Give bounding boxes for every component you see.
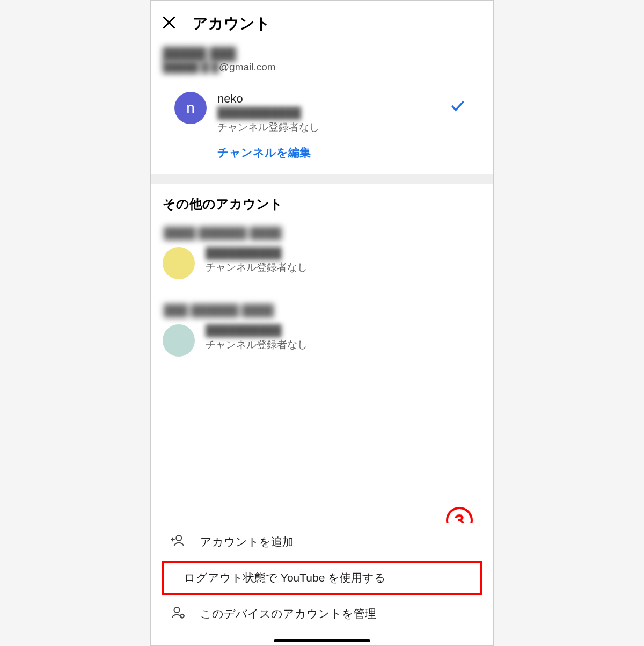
- email-prefix: █████ █ █: [163, 61, 219, 73]
- user-gear-icon: [170, 605, 186, 623]
- section-divider: [151, 174, 493, 184]
- other-account-email: ███ ██████ ████: [164, 304, 481, 317]
- current-account-section: █████ ███ █████ █ █ @gmail.com n neko ██…: [151, 47, 493, 174]
- other-channel-row: ██████████ チャンネル登録者なし: [163, 324, 481, 369]
- other-account-email: ████ ██████ ████: [164, 227, 481, 239]
- other-channel-name: ██████████: [206, 324, 481, 337]
- manage-accounts-button[interactable]: このデバイスのアカウントを管理: [151, 595, 493, 633]
- bottom-actions: アカウントを追加 ログアウト状態で YouTube を使用する: [151, 523, 493, 645]
- header: アカウント: [151, 1, 493, 47]
- other-channel-subscribers: チャンネル登録者なし: [206, 260, 481, 274]
- selected-channel-row[interactable]: n neko ███████████ チャンネル登録者なし: [163, 81, 481, 134]
- add-user-icon: [170, 533, 186, 551]
- page-title: アカウント: [193, 13, 270, 34]
- other-accounts-title: その他のアカウント: [151, 184, 493, 222]
- other-channel-subscribers: チャンネル登録者なし: [206, 338, 481, 352]
- edit-channel-link[interactable]: チャンネルを編集: [163, 134, 481, 172]
- svg-point-7: [180, 614, 184, 618]
- other-channel-row: ██████████ チャンネル登録者なし: [163, 247, 481, 292]
- channel-subscribers: チャンネル登録者なし: [217, 120, 470, 134]
- svg-point-6: [174, 607, 180, 613]
- action-label: アカウントを追加: [200, 534, 294, 549]
- avatar: n: [174, 92, 207, 124]
- add-account-button[interactable]: アカウントを追加: [151, 523, 493, 561]
- svg-point-2: [176, 535, 181, 541]
- avatar: [163, 324, 195, 357]
- use-logged-out-button[interactable]: ログアウト状態で YouTube を使用する: [162, 561, 482, 595]
- close-icon[interactable]: [160, 14, 178, 33]
- channel-name: neko: [217, 92, 470, 106]
- other-channel-name: ██████████: [206, 247, 481, 259]
- other-account-item[interactable]: ███ ██████ ████ ██████████ チャンネル登録者なし: [151, 300, 493, 369]
- other-account-item[interactable]: ████ ██████ ████ ██████████ チャンネル登録者なし: [151, 222, 493, 292]
- account-name: █████ ███: [163, 47, 481, 61]
- action-label: ログアウト状態で YouTube を使用する: [184, 570, 386, 585]
- email-suffix: @gmail.com: [219, 61, 276, 73]
- avatar-letter: n: [186, 99, 195, 117]
- channel-info: ██████████ チャンネル登録者なし: [206, 324, 481, 357]
- account-screen: アカウント █████ ███ █████ █ █ @gmail.com n n…: [150, 0, 494, 646]
- avatar: [163, 247, 195, 279]
- home-indicator[interactable]: [274, 639, 370, 642]
- checkmark-icon: [449, 97, 466, 117]
- channel-handle: ███████████: [217, 107, 470, 119]
- account-email: █████ █ █ @gmail.com: [163, 61, 481, 73]
- action-label: このデバイスのアカウントを管理: [200, 606, 376, 621]
- channel-info: ██████████ チャンネル登録者なし: [206, 247, 481, 279]
- channel-info: neko ███████████ チャンネル登録者なし: [217, 92, 470, 134]
